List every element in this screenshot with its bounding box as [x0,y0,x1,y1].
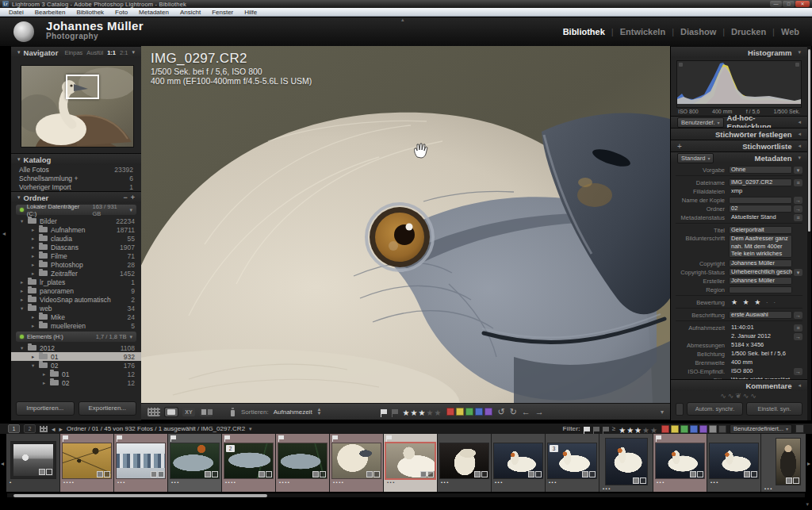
filmstrip-cell[interactable]: •••• [330,434,384,492]
filmstrip-scroll-right-icon[interactable]: ▸ [807,460,810,467]
metadata-row-rating[interactable]: Bewertung ★ ★ ★ · · [676,298,802,306]
histogram[interactable] [676,60,802,108]
folder-item[interactable]: ▾ 02 176 [11,361,141,370]
loupe-view[interactable]: IMG_0297.CR2 1/500 Sek. bei f / 5,6, ISO… [141,46,670,403]
rating-operator[interactable]: ≥ [612,425,615,432]
filter-preset-dropdown[interactable]: Benutzerdefiniert... [730,424,792,434]
metadata-value[interactable]: xmp [729,187,792,195]
autosync-toggle[interactable] [676,403,684,416]
keywording-header[interactable]: Stichwörter festlegen ◂ [671,128,807,140]
metadata-preset-dropdown[interactable]: Standard [677,153,714,163]
disclosure-triangle-icon[interactable]: ▾ [21,218,28,224]
disclosure-triangle-icon[interactable]: ▸ [43,371,50,378]
add-keyword-icon[interactable]: + [677,142,682,151]
thumbnail-image[interactable] [710,443,758,478]
thumbnail-image[interactable] [117,443,165,478]
thumbnail-image[interactable] [170,443,219,478]
menu-item[interactable]: Fenster [206,9,239,16]
metadata-value[interactable] [729,197,792,204]
disclosure-triangle-icon[interactable]: ▾ [32,362,39,369]
filter-color-chip[interactable] [680,425,688,433]
metadata-value[interactable]: Geierportrait [729,226,792,234]
filter-color-chip[interactable] [671,425,679,433]
filmstrip-scroll-left-icon[interactable]: ◂ [1,460,4,467]
filmstrip-cell[interactable]: ••• [492,434,546,492]
folder-item[interactable]: ▾ web 34 [11,304,141,313]
volume-bar-h[interactable]: Elements (H:) 1,7 / 1,8 TB ▾ [16,332,136,342]
compare-view-icon[interactable]: XY [182,408,195,416]
disclosure-triangle-icon[interactable]: ▸ [32,236,39,242]
filter-color-chip[interactable] [699,425,707,433]
right-panel-scrollbar[interactable] [807,46,811,420]
filmstrip-cell[interactable]: ••• [114,434,168,492]
folder-item[interactable]: ▾ Bilder 22234 [11,217,141,225]
previous-photo-icon[interactable]: ← [522,408,530,416]
stack-count-badge[interactable]: 3 [550,445,558,452]
metadata-value[interactable]: erste Auswahl [729,311,792,319]
filmstrip[interactable]: • •••• ••• [6,434,806,492]
highlight-clipping-icon[interactable] [795,63,799,67]
metadata-header[interactable]: Standard Metadaten ▾ [671,151,807,163]
thumbnail-image[interactable] [440,443,488,478]
disclosure-triangle-icon[interactable]: ▸ [32,262,39,268]
rotate-right-icon[interactable]: ↻ [510,408,517,416]
thumbnail-image[interactable] [332,443,381,478]
forward-icon[interactable]: ▸ [59,425,63,433]
keyword-list-header[interactable]: + Stichwortliste ◂ [671,140,807,151]
auto-sync-button[interactable]: Autom. synchr. [687,402,743,416]
metadata-value[interactable]: 02 [729,205,792,213]
module-tab[interactable]: Diashow [680,27,731,36]
disclosure-triangle-icon[interactable]: ▾ [21,305,28,312]
color-label-chip[interactable] [446,408,454,416]
filter-flag-reject-icon[interactable] [603,427,609,431]
flag-pick-icon[interactable] [381,409,387,414]
disclosure-triangle-icon[interactable]: ▸ [32,253,39,259]
metadata-row[interactable]: Metadatenstatus Aktuellster Stand [676,213,802,221]
metadata-row[interactable]: Ersteller Johannes Müller [676,277,802,285]
metadata-row[interactable]: Titel Geierportrait [676,226,802,234]
zoom-option[interactable]: 1:1 [107,49,116,56]
folder-item[interactable]: ▸ 02 12 [11,378,141,387]
metadata-row[interactable]: Dateiname IMG_0297.CR2 [676,178,802,186]
import-button[interactable]: Importieren... [16,401,75,416]
pick-flag-icon[interactable] [386,435,392,439]
metadata-value[interactable]: Aktuellster Stand [729,213,792,221]
navigator-zoom-rectangle[interactable] [66,75,99,99]
toolbar-options-dropdown-icon[interactable]: ▾ [661,408,664,416]
catalog-row[interactable]: Schnellsammlung + 6 [11,174,141,182]
sort-direction-icon[interactable]: ▲▼ [317,408,322,416]
filter-flag-pick-icon[interactable] [584,427,590,431]
filter-flag-unflagged-icon[interactable] [593,427,599,431]
metadata-action-icon[interactable] [794,269,802,276]
catalog-row[interactable]: Vorheriger Import 1 [11,182,141,191]
metadata-value[interactable]: Dem Aasfresser ganz nah. Mit dem 400er T… [729,235,792,258]
folder-item[interactable]: ▸ Mike 24 [11,313,141,321]
loupe-view-icon[interactable] [165,408,178,416]
thumbnail-image[interactable]: 3 [548,443,596,478]
grid-view-icon[interactable] [147,408,160,416]
add-folder-icon[interactable]: + [131,194,135,201]
menu-item[interactable]: Foto [109,9,133,16]
rating-stars[interactable]: ★ ★ ★ · · [729,298,792,306]
thumbnail-badges-icon[interactable] [698,472,703,477]
folder-item[interactable]: ▸ Filme 71 [11,251,141,260]
folder-item[interactable]: ▸ 01 12 [11,370,141,378]
folder-item[interactable]: ▸ muellereien 5 [11,321,141,330]
filter-color-chip[interactable] [690,425,698,433]
scrollbar-thumb[interactable] [13,494,267,497]
menu-item[interactable]: Hilfe [239,9,262,16]
module-tab[interactable]: Web [781,27,799,36]
metadata-action-icon[interactable] [794,205,802,213]
left-panel-collapse-icon[interactable]: ◂ [2,230,6,237]
filmstrip-cell[interactable]: 2 •••• [222,434,276,492]
disclosure-triangle-icon[interactable]: ▸ [32,227,39,233]
metadata-value[interactable]: Johannes Müller [729,259,792,267]
next-photo-icon[interactable]: → [535,408,544,416]
disclosure-triangle-icon[interactable]: ▸ [32,354,39,360]
metadata-row-label[interactable]: Beschriftung erste Auswahl [676,311,802,319]
close-button[interactable]: ✕ [795,1,810,7]
volume-dropdown-icon[interactable]: ▾ [129,334,132,340]
stack-count-badge[interactable]: 2 [226,445,235,452]
thumbnail-badges-icon[interactable] [752,472,756,477]
second-window-button[interactable]: 2 [24,424,36,433]
